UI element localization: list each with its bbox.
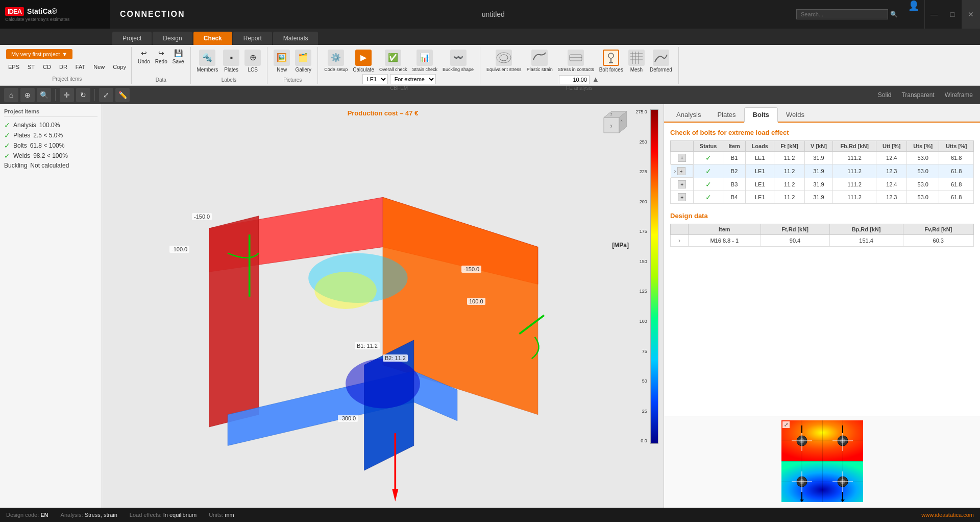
v-b1: 31.9 bbox=[804, 152, 833, 164]
code-setup-button[interactable]: ⚙️ Code setup bbox=[322, 48, 350, 74]
tab-bolts[interactable]: Bolts bbox=[744, 107, 778, 123]
rotate-button[interactable]: ↻ bbox=[76, 88, 90, 102]
search-input[interactable] bbox=[796, 9, 888, 19]
undo-button[interactable]: ↩ Undo bbox=[136, 48, 152, 65]
plates-check-icon: ✓ bbox=[4, 131, 10, 139]
fullscreen-button[interactable]: ⤢ bbox=[99, 88, 113, 102]
expand-b3[interactable]: + bbox=[678, 180, 686, 188]
idea-logo: IDEA bbox=[5, 7, 24, 16]
buckling-value: Not calculated bbox=[30, 162, 69, 169]
new-picture-button[interactable]: 🖼️ New bbox=[272, 48, 292, 74]
buckling-button[interactable]: 〰️ Buckling shape bbox=[440, 48, 476, 74]
home-view-button[interactable]: ⌂ bbox=[4, 88, 18, 102]
maximize-button[interactable]: □ bbox=[943, 0, 962, 29]
pan-button[interactable]: ✛ bbox=[60, 88, 74, 102]
copy-project-button[interactable]: Copy bbox=[111, 63, 128, 71]
analysis-check-icon: ✓ bbox=[4, 121, 10, 129]
tab-report[interactable]: Report bbox=[233, 32, 272, 45]
bolt-detail-svg bbox=[781, 420, 863, 502]
redo-button[interactable]: ↪ Redo bbox=[153, 48, 169, 65]
dd-chevron[interactable]: › bbox=[678, 237, 680, 244]
mesh-button[interactable]: Mesh bbox=[626, 48, 647, 74]
user-button[interactable]: 👤 bbox=[903, 0, 924, 29]
wireframe-mode-button[interactable]: Wireframe bbox=[942, 90, 976, 100]
close-button[interactable]: ✕ bbox=[962, 0, 980, 29]
search-view-button[interactable]: 🔍 bbox=[37, 88, 51, 102]
bolt-row-b4[interactable]: + ✓ B4 LE1 11.2 31.9 111.2 12.3 53.0 61.… bbox=[671, 191, 974, 204]
loads-b3: LE1 bbox=[746, 178, 774, 191]
calculate-button[interactable]: ▶ Calculate bbox=[351, 48, 376, 74]
solid-mode-button[interactable]: Solid bbox=[875, 90, 895, 100]
plastic-strain-button[interactable]: Plastic strain bbox=[525, 48, 555, 74]
tab-project[interactable]: Project bbox=[112, 32, 152, 45]
gallery-button[interactable]: 🗂️ Gallery bbox=[293, 48, 313, 74]
welds-value: 98.2 < 100% bbox=[33, 152, 68, 159]
labels-buttons: 🔩 Members ▪ Plates ⊕ LCS bbox=[195, 48, 263, 74]
project-actions: EPS ST CD DR FAT New Copy bbox=[6, 63, 128, 71]
bolt-row-b3[interactable]: + ✓ B3 LE1 11.2 31.9 111.2 12.4 53.0 61.… bbox=[671, 178, 974, 191]
view-toolbar: ⌂ ⊕ 🔍 ✛ ↻ ⤢ ✏️ Solid Transparent Wirefra… bbox=[0, 86, 980, 104]
thumb-zoom-button[interactable]: ⤢ bbox=[782, 421, 790, 428]
tab-analysis[interactable]: Analysis bbox=[668, 108, 709, 122]
toolbar-divider-2 bbox=[94, 89, 95, 101]
svg-text:x: x bbox=[621, 118, 623, 122]
transparent-mode-button[interactable]: Transparent bbox=[898, 90, 937, 100]
viewport[interactable]: Production cost – 47 € bbox=[102, 104, 664, 508]
project-items-title: Project items bbox=[4, 108, 97, 117]
lcs-button[interactable]: ⊕ LCS bbox=[242, 48, 263, 74]
loads-b2: LE1 bbox=[746, 164, 774, 178]
svg-point-4 bbox=[608, 53, 614, 58]
utts-b3: 61.8 bbox=[939, 178, 974, 191]
stress-contacts-button[interactable]: Stress in contacts bbox=[556, 48, 596, 74]
value-spin-up[interactable]: ▲ bbox=[592, 75, 600, 84]
bolt-row-b2[interactable]: › + ✓ B2 LE1 11.2 31.9 111.2 12.3 53.0 6… bbox=[671, 164, 974, 178]
website-link[interactable]: www.ideastatica.com bbox=[921, 512, 974, 518]
item-b3: B3 bbox=[723, 178, 746, 191]
equivalent-stress-button[interactable]: Equivalent stress bbox=[484, 48, 524, 74]
tab-design[interactable]: Design bbox=[153, 32, 192, 45]
deformed-button[interactable]: Deformed bbox=[648, 48, 674, 74]
zoom-fit-button[interactable]: ⊕ bbox=[20, 88, 35, 102]
members-button[interactable]: 🔩 Members bbox=[195, 48, 220, 74]
chevron-b2[interactable]: › bbox=[674, 168, 676, 175]
logo-area: IDEA StatiCa® Calculate yesterday's esti… bbox=[0, 0, 110, 29]
utt-b4: 12.3 bbox=[876, 191, 907, 204]
nav-cube[interactable]: y x z bbox=[596, 107, 627, 138]
save-button[interactable]: 💾 Save bbox=[170, 48, 186, 65]
expand-b1[interactable]: + bbox=[678, 154, 686, 162]
tab-plates[interactable]: Plates bbox=[709, 108, 744, 122]
3d-model-svg bbox=[102, 104, 664, 508]
gallery-icon: 🗂️ bbox=[295, 50, 311, 66]
fat-button[interactable]: FAT bbox=[74, 63, 87, 71]
bolt-forces-button[interactable]: Bolt forces bbox=[597, 48, 625, 74]
welds-label: Welds bbox=[13, 152, 30, 159]
plates-button[interactable]: ▪ Plates bbox=[221, 48, 241, 74]
tab-materials[interactable]: Materials bbox=[273, 32, 318, 45]
overall-check-button[interactable]: ✅ Overall check bbox=[377, 48, 409, 74]
design-data-title: Design data bbox=[670, 212, 974, 220]
cd-button[interactable]: CD bbox=[41, 63, 53, 71]
search-icon[interactable]: 🔍 bbox=[890, 11, 898, 18]
strain-check-button[interactable]: 📊 Strain check bbox=[410, 48, 440, 74]
load-combo-select[interactable]: LE1 bbox=[362, 74, 388, 84]
st-button[interactable]: ST bbox=[26, 63, 37, 71]
eps-button[interactable]: EPS bbox=[6, 63, 21, 71]
dr-button[interactable]: DR bbox=[57, 63, 69, 71]
bolt-row-b1[interactable]: + ✓ B1 LE1 11.2 31.9 111.2 12.4 53.0 61.… bbox=[671, 152, 974, 164]
new-project-button[interactable]: New bbox=[91, 63, 107, 71]
col-utt: Utt [%] bbox=[876, 141, 907, 152]
tab-welds[interactable]: Welds bbox=[778, 108, 813, 122]
expand-b4[interactable]: + bbox=[678, 193, 686, 201]
labels-section-label: Labels bbox=[222, 77, 236, 83]
draw-button[interactable]: ✏️ bbox=[115, 88, 130, 102]
load-extreme-select[interactable]: For extreme bbox=[390, 74, 436, 84]
tab-check[interactable]: Check bbox=[193, 32, 232, 45]
app-title: untitled bbox=[195, 0, 791, 29]
design-row-m16[interactable]: › M16 8.8 - 1 90.4 151.4 60.3 bbox=[671, 235, 974, 247]
minimize-button[interactable]: — bbox=[925, 0, 943, 29]
right-panel-tabs: Analysis Plates Bolts Welds bbox=[664, 104, 980, 123]
project-button[interactable]: My very first project ▼ bbox=[6, 49, 72, 59]
expand-b2[interactable]: + bbox=[677, 167, 685, 175]
value-input[interactable] bbox=[559, 75, 590, 84]
equiv-stress-icon bbox=[496, 50, 512, 66]
